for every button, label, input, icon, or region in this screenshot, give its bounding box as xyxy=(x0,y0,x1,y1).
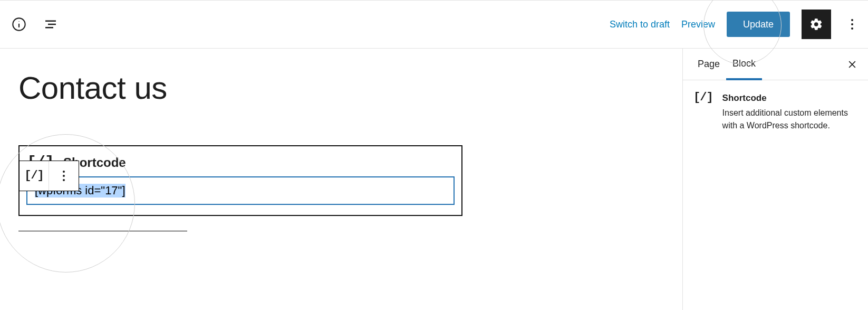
main-area: Contact us [/] [/] Shortcode Page Block xyxy=(0,49,868,310)
settings-button[interactable] xyxy=(802,10,831,39)
list-view-icon[interactable] xyxy=(41,15,60,34)
close-sidebar-icon[interactable] xyxy=(845,57,860,72)
settings-sidebar: Page Block [/] Shortcode Insert addition… xyxy=(682,49,868,310)
svg-point-6 xyxy=(851,19,853,21)
shortcode-block[interactable]: [/] Shortcode xyxy=(18,145,462,216)
topbar-right: Switch to draft Preview Update xyxy=(610,10,862,39)
tab-page[interactable]: Page xyxy=(691,49,726,80)
separator xyxy=(18,231,187,231)
switch-to-draft-link[interactable]: Switch to draft xyxy=(610,19,670,30)
preview-link[interactable]: Preview xyxy=(681,19,715,30)
editor-canvas: Contact us [/] [/] Shortcode xyxy=(0,49,682,310)
svg-point-9 xyxy=(63,171,65,173)
update-button[interactable]: Update xyxy=(727,12,790,37)
document-overview-icon[interactable] xyxy=(9,15,28,34)
shortcode-icon: [/] xyxy=(693,92,713,132)
block-toolbar: [/] xyxy=(19,161,79,191)
block-type-shortcode-icon[interactable]: [/] xyxy=(20,161,49,191)
tab-block[interactable]: Block xyxy=(726,49,762,80)
block-info-description: Insert additional custom elements with a… xyxy=(722,107,857,132)
sidebar-block-info: [/] Shortcode Insert additional custom e… xyxy=(683,80,868,144)
shortcode-input[interactable] xyxy=(27,177,454,204)
svg-point-10 xyxy=(63,175,65,177)
block-more-options-icon[interactable] xyxy=(49,161,79,191)
svg-point-7 xyxy=(851,23,853,25)
editor-topbar: Switch to draft Preview Update xyxy=(0,0,868,49)
topbar-left xyxy=(9,15,60,34)
shortcode-block-header: [/] Shortcode xyxy=(27,153,454,177)
block-info-title: Shortcode xyxy=(722,92,857,104)
sidebar-tabs: Page Block xyxy=(683,49,868,80)
svg-point-8 xyxy=(851,27,853,30)
svg-point-11 xyxy=(63,179,65,181)
more-options-icon[interactable] xyxy=(843,10,862,39)
page-title[interactable]: Contact us xyxy=(18,70,664,106)
